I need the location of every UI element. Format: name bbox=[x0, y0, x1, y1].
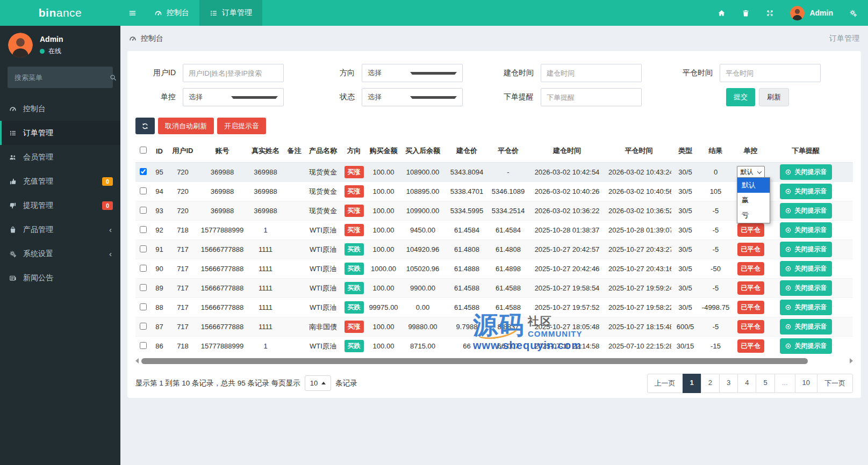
sidebar-item-1[interactable]: 控制台 bbox=[0, 97, 120, 121]
notify-cell: 关闭提示音 bbox=[769, 279, 842, 298]
breadcrumb-left[interactable]: 控制台 bbox=[129, 34, 163, 43]
row-checkbox[interactable] bbox=[140, 207, 147, 214]
sidebar-item-label: 充值管理 bbox=[23, 177, 53, 186]
column-header: 单控 bbox=[732, 140, 769, 163]
close-sound-button[interactable]: 关闭提示音 bbox=[780, 222, 832, 238]
scroll-right-arrow[interactable] bbox=[850, 358, 853, 364]
pagination-page-3[interactable]: 3 bbox=[719, 374, 738, 393]
row-checkbox[interactable] bbox=[140, 303, 147, 310]
sidebar-item-3[interactable]: 会员管理 bbox=[0, 145, 120, 169]
scroll-left-arrow[interactable] bbox=[135, 358, 139, 364]
expand-icon[interactable] bbox=[766, 9, 774, 17]
select-all-checkbox[interactable] bbox=[140, 147, 147, 154]
sidebar-item-5[interactable]: 提现管理0 bbox=[0, 193, 120, 217]
type-cell: 600/5 bbox=[671, 317, 699, 337]
control-select[interactable]: 默认 bbox=[737, 166, 765, 178]
scrollbar-track[interactable] bbox=[141, 358, 847, 364]
row-checkbox-cell bbox=[135, 298, 150, 317]
row-checkbox[interactable] bbox=[140, 265, 147, 272]
pagination-page-10[interactable]: 10 bbox=[795, 374, 817, 393]
dropdown-option-3[interactable]: 亏 bbox=[737, 208, 770, 223]
filter-select[interactable]: 选择 bbox=[183, 88, 284, 106]
dashboard-icon bbox=[129, 35, 137, 42]
user-menu[interactable]: Admin bbox=[790, 6, 833, 20]
pagination-ellipsis[interactable]: ... bbox=[774, 374, 795, 393]
filter-input[interactable] bbox=[720, 64, 821, 82]
column-header: 方向 bbox=[341, 140, 367, 163]
filter-input[interactable] bbox=[183, 64, 284, 82]
submit-button[interactable]: 提交 bbox=[726, 88, 755, 106]
brand-logo[interactable]: binance bbox=[0, 0, 120, 26]
remark-cell bbox=[284, 298, 305, 317]
filter-select[interactable]: 选择 bbox=[362, 64, 463, 82]
notify-cell: 关闭提示音 bbox=[769, 221, 842, 240]
pagination-page-1[interactable]: 1 bbox=[683, 374, 701, 393]
home-icon[interactable] bbox=[718, 9, 726, 17]
close-sound-button[interactable]: 关闭提示音 bbox=[780, 300, 832, 315]
filter-input[interactable] bbox=[541, 64, 642, 82]
nav-tab-1[interactable]: 控制台 bbox=[144, 0, 199, 26]
row-checkbox[interactable] bbox=[140, 245, 147, 252]
filter-label: 下单提醒 bbox=[493, 92, 541, 102]
column-header: 购买金额 bbox=[367, 140, 400, 163]
close-sound-button[interactable]: 关闭提示音 bbox=[780, 184, 832, 199]
row-checkbox-cell bbox=[135, 259, 150, 279]
row-checkbox[interactable] bbox=[140, 168, 147, 175]
notify-cell: 关闭提示音 bbox=[769, 337, 842, 356]
close-sound-button[interactable]: 关闭提示音 bbox=[780, 280, 832, 296]
amount-cell: 100.00 bbox=[367, 240, 400, 259]
cancel-auto-refresh-button[interactable]: 取消自动刷新 bbox=[158, 118, 214, 134]
search-input[interactable] bbox=[15, 74, 109, 82]
row-checkbox[interactable] bbox=[140, 284, 147, 291]
sidebar-item-8[interactable]: 新闻公告 bbox=[0, 266, 120, 290]
close-sound-button[interactable]: 关闭提示音 bbox=[780, 319, 832, 335]
trash-icon[interactable] bbox=[742, 9, 750, 17]
nav-tab-2[interactable]: 订单管理 bbox=[199, 0, 262, 26]
direction-badge: 买跌 bbox=[345, 301, 364, 314]
row-checkbox[interactable] bbox=[140, 342, 147, 349]
pagination-page-5[interactable]: 5 bbox=[756, 374, 774, 393]
row-checkbox[interactable] bbox=[140, 187, 147, 194]
sidebar-item-label: 新闻公告 bbox=[23, 273, 53, 283]
sidebar-item-4[interactable]: 充值管理0 bbox=[0, 169, 120, 193]
close-sound-button[interactable]: 关闭提示音 bbox=[780, 164, 832, 180]
refresh-table-button[interactable] bbox=[135, 118, 155, 134]
close-sound-button[interactable]: 关闭提示音 bbox=[780, 261, 832, 277]
page-size-select[interactable]: 10 bbox=[305, 375, 331, 391]
circle-icon bbox=[785, 188, 792, 195]
pagination-next[interactable]: 下一页 bbox=[817, 374, 853, 393]
dropdown-option-1[interactable]: 默认 bbox=[737, 178, 770, 193]
sidebar-item-6[interactable]: 产品管理‹ bbox=[0, 217, 120, 242]
name-cell: 369988 bbox=[247, 201, 284, 221]
pagination-page-4[interactable]: 4 bbox=[737, 374, 756, 393]
search-icon[interactable] bbox=[109, 74, 117, 82]
control-cell: 已平仓 bbox=[732, 240, 769, 259]
type-cell: 30/5 bbox=[671, 279, 699, 298]
column-header: 产品名称 bbox=[305, 140, 341, 163]
close-sound-button[interactable]: 关闭提示音 bbox=[780, 242, 832, 257]
name-cell: 1111 bbox=[247, 279, 284, 298]
dropdown-option-2[interactable]: 赢 bbox=[737, 193, 770, 208]
filter-input[interactable] bbox=[541, 88, 642, 106]
type-cell: 30/5 bbox=[671, 182, 699, 201]
row-checkbox[interactable] bbox=[140, 323, 147, 330]
close-sound-button[interactable]: 关闭提示音 bbox=[780, 338, 832, 354]
uid-cell: 720 bbox=[168, 163, 197, 182]
notify-cell: 关闭提示音 bbox=[769, 201, 842, 221]
id-cell: 92 bbox=[150, 221, 168, 240]
sidebar-item-7[interactable]: 系统设置‹ bbox=[0, 242, 120, 266]
pagination-prev[interactable]: 上一页 bbox=[647, 374, 683, 393]
enable-sound-button[interactable]: 开启提示音 bbox=[217, 118, 266, 134]
type-cell: 30/5 bbox=[671, 298, 699, 317]
sidebar-toggle-button[interactable] bbox=[120, 0, 144, 26]
sidebar-item-label: 系统设置 bbox=[23, 249, 53, 259]
close-sound-button[interactable]: 关闭提示音 bbox=[780, 203, 832, 219]
refresh-button[interactable]: 刷新 bbox=[759, 88, 789, 106]
pagination-page-2[interactable]: 2 bbox=[701, 374, 720, 393]
sidebar-item-2[interactable]: 订单管理 bbox=[0, 121, 120, 145]
scrollbar-thumb[interactable] bbox=[141, 358, 808, 364]
filter-select[interactable]: 选择 bbox=[362, 88, 463, 106]
row-checkbox[interactable] bbox=[140, 226, 147, 233]
gears-icon[interactable] bbox=[849, 9, 857, 17]
caret-down-icon bbox=[231, 96, 278, 99]
